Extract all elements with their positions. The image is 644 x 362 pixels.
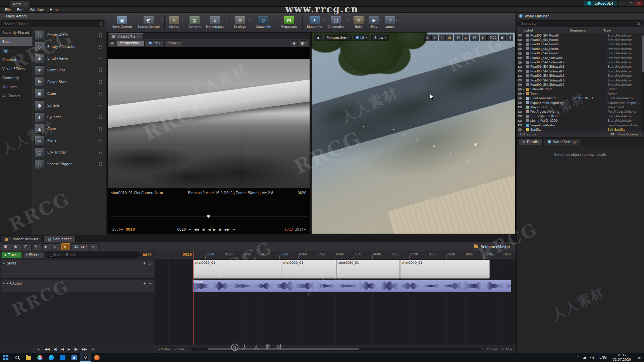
outliner-row[interactable]: Road03_SM_Sidewalk3 StaticMeshActor [517,65,644,69]
drag-handle-icon[interactable] [99,45,102,49]
taskbar-icon[interactable] [11,353,23,362]
collapse-arrow-button[interactable]: ◀ [314,35,322,41]
timeline-ruler[interactable]: 0060012001800240030003600420048005400600… [155,251,516,259]
outliner-row[interactable]: Road03_SM_Sidewalk7 StaticMeshActor [517,82,644,87]
viewport-snap-button[interactable]: ↻ [431,35,438,41]
outliner-row[interactable]: ExponentialHeightFog ExponentialHeightFo… [517,101,644,105]
sequencer-toolbar-button[interactable]: ◫ [22,243,31,250]
outliner-row[interactable]: Road03_SM_Sidewalk4 StaticMeshActor [517,69,644,73]
taskbar-icon[interactable] [80,353,91,362]
visibility-eye-icon[interactable] [518,79,522,81]
viewport-snap-button[interactable]: 0.25 [487,35,498,41]
search-classes-input[interactable] [4,22,97,26]
outliner-row[interactable]: ▸ Trees Folder [517,92,644,96]
drag-handle-icon[interactable] [99,33,102,37]
sequence-breadcrumb[interactable]: SequenceMaster [474,245,514,249]
transport-button[interactable]: ⇤ [37,347,41,351]
drag-handle-icon[interactable] [99,92,102,96]
taskbar-icon[interactable] [23,353,34,362]
viewport-snap-button[interactable]: ◧ [480,35,487,41]
toolbar-button[interactable]: ▣ Save Current [110,15,135,29]
scrollbar-thumb[interactable] [208,348,359,350]
add-audio-icon[interactable]: ✚ [143,282,146,285]
sequencer-toolbar-button[interactable]: ◆ [42,243,51,250]
outliner-row[interactable]: Road03_SM_Sidewalk2 StaticMeshActor [517,60,644,64]
search-tracks-input[interactable] [53,253,136,257]
outliner-row[interactable]: Road03_SM_Road3 StaticMeshActor [517,33,644,38]
toolbar-button[interactable]: ◎ Datasmith [253,15,276,29]
outliner-search-input[interactable] [521,22,635,25]
minimize-button[interactable]: ─ [619,1,627,6]
outliner-row[interactable]: ▸ SidewalkStone Folder [517,87,644,92]
add-track-button[interactable]: ✚Track▾ [1,252,22,258]
drag-handle-icon[interactable] [99,150,102,155]
category-item[interactable]: Geometry [0,73,32,82]
tab-viewport-2[interactable]: Viewport 2 ✕ [109,33,143,39]
toolbar-button[interactable]: ▤ Content [186,15,203,29]
viewport-snap-button[interactable]: 10° [470,35,479,41]
toolbar-button[interactable]: ✎ Modes ▾ [166,15,184,29]
drag-handle-icon[interactable] [99,115,102,119]
expand-arrow-icon[interactable]: ▸ [523,88,526,91]
category-item[interactable]: Recently Placed [0,28,32,37]
transport-button[interactable]: ◀◀ [44,347,50,351]
viewport-snap-button[interactable]: ⊕ [424,35,431,41]
tray-chevron-icon[interactable]: ⌃ [575,356,581,359]
taskbar-icon[interactable] [91,353,103,362]
menu-item[interactable]: File [2,8,14,12]
lit-button[interactable]: Lit▾ [353,35,370,41]
place-actor-item[interactable]: ▲ Cone [32,123,106,135]
notification-icon[interactable]: ▭ [634,353,644,362]
outliner-row[interactable]: CineCameraActor shot0010_01 CineCameraAc… [517,96,644,100]
network-icon[interactable] [583,356,587,359]
transport-button[interactable]: ◀◀ [193,228,200,231]
sequencer-toolbar-button[interactable]: ▣ [2,243,11,250]
outliner-row[interactable]: Road03_SM_Road7 StaticMeshActor [517,51,644,56]
grid-options-button[interactable]: ▦ ▾ [299,40,308,46]
category-item[interactable]: Visual Effects [0,64,32,73]
place-actor-item[interactable]: ◌ Sphere Trigger [32,158,106,170]
viewport-snap-button[interactable]: 3 [506,35,513,41]
shot-clip[interactable]: shot0030_01 [337,260,400,279]
tab-close-icon[interactable]: ✕ [138,35,140,38]
audio-clip[interactable]: Dialog [193,280,512,292]
toolbar-button[interactable]: ⚒ Build ▾ [351,15,366,29]
transport-button[interactable]: ▶▶ [81,347,88,351]
outliner-row[interactable]: rmtd2_Var1_LOD0 StaticMeshActor [517,114,644,118]
visibility-eye-icon[interactable] [518,48,522,50]
sequencer-toolbar-button[interactable]: ◇ [52,243,61,250]
taskbar-icon[interactable] [0,353,11,362]
timeline-scrollbar[interactable] [191,348,481,351]
outliner-scrollbar[interactable] [642,34,644,130]
transport-button[interactable]: ◀| [201,228,206,231]
tab-world-settings[interactable]: World Settings [544,138,582,145]
perspective-button[interactable]: Perspective▾ [324,35,352,41]
lit-button[interactable]: Lit▾ [146,40,163,46]
category-item[interactable]: Basic [0,37,32,46]
toolbar-button[interactable]: ◫ Cinematics ▾ [325,15,349,29]
visibility-eye-icon[interactable] [518,124,522,126]
place-actor-item[interactable]: ◈ Empty Pawn [32,53,106,64]
sequencer-timeline[interactable]: 0060012001800240030003600420048005400600… [155,251,516,353]
viewport-snap-button[interactable]: ∠ [463,35,469,41]
tab-content-browser[interactable]: Content Browser [1,236,43,242]
visibility-eye-icon[interactable] [518,43,522,46]
visibility-eye-icon[interactable] [518,75,522,77]
view-options-button[interactable]: View Options▾ [610,132,641,136]
taskbar-icon[interactable] [46,353,57,362]
resize-icon[interactable]: ↔ [149,282,152,285]
place-actor-item[interactable]: ▣ Cube [32,88,106,100]
visibility-eye-icon[interactable] [518,102,522,104]
viewport-snap-button[interactable]: ▦ [446,35,453,41]
outliner-row[interactable]: Road03_SM_Road6 StaticMeshActor [517,47,644,51]
sequencer-toolbar-button[interactable]: ◉ [12,243,21,250]
add-section-icon[interactable]: ✚ [143,261,146,265]
toolbar-button[interactable]: ◩ Source Control ▾ [135,15,165,29]
outliner-row[interactable]: Road03_SM_Road4 StaticMeshActor [517,38,644,42]
transport-button[interactable]: |▶ [218,228,222,231]
visibility-eye-icon[interactable] [518,70,522,72]
transport-button[interactable]: ⇥ [232,228,236,231]
drag-handle-icon[interactable] [99,139,102,143]
collapse-arrow-button[interactable]: ◀ [109,40,115,46]
maximize-button[interactable]: ▢ [627,1,635,6]
